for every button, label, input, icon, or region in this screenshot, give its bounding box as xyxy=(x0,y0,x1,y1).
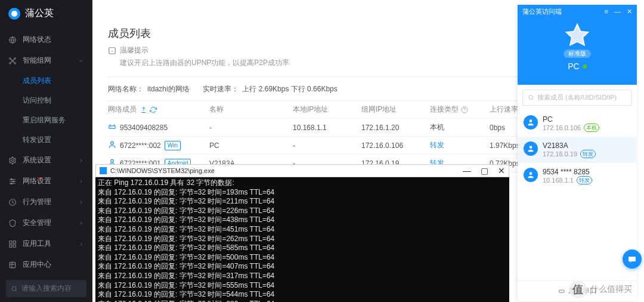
router-icon xyxy=(108,122,116,132)
hdr-net: 组网IP地址 xyxy=(361,104,430,115)
chevron-right-icon xyxy=(78,178,84,184)
terminal-line: 来自 172.16.0.19 的回复: 字节=32 时间=500ms TTL=6… xyxy=(98,253,507,263)
search-icon xyxy=(11,285,18,292)
row-net: 172.16.1.20 xyxy=(361,124,430,132)
sidebar-item-label: 系统设置 xyxy=(23,155,51,165)
sidebar-item-6[interactable]: 应用工具 xyxy=(0,233,92,254)
star-icon xyxy=(564,22,590,48)
search-icon xyxy=(528,94,534,101)
terminal-titlebar[interactable]: C:\WINDOWS\SYSTEM32\ping.exe — ▢ ✕ xyxy=(95,164,509,177)
terminal-icon xyxy=(100,167,107,174)
svg-point-35 xyxy=(111,141,114,144)
svg-rect-23 xyxy=(10,262,15,267)
sidebar-item-label: 安全管理 xyxy=(23,218,51,228)
sidebar-item-label: 网络设置 xyxy=(23,176,51,186)
sidebar-item-label: 行为管理 xyxy=(23,197,51,207)
sidebar-item-0[interactable]: 网络状态 xyxy=(0,29,92,50)
member-tag: 转发 xyxy=(577,176,592,184)
chevron-right-icon xyxy=(78,220,84,226)
sidebar-item-1[interactable]: 智能组网 xyxy=(0,50,92,71)
chevron-right-icon xyxy=(78,199,84,205)
client-minimize-button[interactable]: — xyxy=(614,8,621,16)
maximize-button[interactable]: ▢ xyxy=(481,166,488,175)
alert-dot-icon xyxy=(39,177,42,180)
client-titlebar[interactable]: 蒲公英访问端 ≡ — ✕ xyxy=(518,5,637,19)
sidebar-item-5[interactable]: 安全管理 xyxy=(0,212,92,233)
close-button[interactable]: ✕ xyxy=(498,166,505,175)
svg-line-10 xyxy=(13,61,14,63)
sidebar-subitem-1-2[interactable]: 重启组网服务 xyxy=(23,110,92,130)
client-member[interactable]: V2183A 172.16.0.19转发 xyxy=(518,137,637,163)
chevron-right-icon xyxy=(78,241,84,247)
hdr-id: 网络成员 xyxy=(108,104,137,115)
terminal-line: 来自 172.16.0.19 的回复: 字节=32 时间=585ms TTL=6… xyxy=(98,244,507,253)
svg-point-38 xyxy=(529,95,532,99)
sidebar-item-4[interactable]: 行为管理 xyxy=(0,192,92,212)
sidebar-item-3[interactable]: 网络设置 xyxy=(0,171,92,192)
client-menu-button[interactable]: ≡ xyxy=(605,8,608,16)
client-member[interactable]: 9534 **** 8285 10.168.1.1转发 xyxy=(518,163,637,189)
terminal-line: 来自 172.16.0.19 的回复: 字节=32 时间=211ms TTL=6… xyxy=(98,197,507,207)
member-tag: 转发 xyxy=(580,150,596,158)
svg-line-9 xyxy=(11,61,12,63)
sidebar-item-label: 应用中心 xyxy=(23,260,51,270)
svg-point-42 xyxy=(530,172,532,175)
hdr-name: 名称 xyxy=(209,104,293,115)
svg-rect-21 xyxy=(10,245,12,247)
sidebar-item-label: 网络状态 xyxy=(23,35,51,45)
client-member[interactable]: PC 172.16.0.106本机 xyxy=(518,110,637,137)
row-id: 953409408285 xyxy=(120,124,168,132)
minimize-button[interactable]: — xyxy=(463,166,471,175)
sidebar-item-7[interactable]: 应用中心 xyxy=(0,254,92,275)
brand-icon xyxy=(8,8,20,20)
svg-point-40 xyxy=(530,119,532,122)
terminal-line: 来自 172.16.0.19 的回复: 字节=32 时间=193ms TTL=6… xyxy=(98,188,507,198)
hdr-conn: 连接类型 xyxy=(430,104,459,115)
rate: 上行 2.69Kbps 下行 0.66Kbps xyxy=(242,85,337,93)
brand: 蒲公英 xyxy=(0,0,92,27)
sidebar-subitem-1-0[interactable]: 成员列表 xyxy=(23,71,92,91)
avatar-icon xyxy=(524,141,538,156)
client-title: 蒲公英访问端 xyxy=(522,7,562,16)
help-icon[interactable] xyxy=(461,106,468,113)
sidebar-item-2[interactable]: 系统设置 xyxy=(0,150,92,171)
terminal-line: 来自 172.16.0.19 的回复: 字节=32 时间=555ms TTL=6… xyxy=(98,281,507,291)
client-header: 蒲公英访问端 ≡ — ✕ 标准版 PC xyxy=(518,5,637,85)
terminal-body[interactable]: 正在 Ping 172.16.0.19 具有 32 字节的数据:来自 172.1… xyxy=(95,177,509,302)
row-name: PC xyxy=(209,141,293,150)
row-conn[interactable]: 转发 xyxy=(430,140,444,150)
member-tag: 本机 xyxy=(584,124,599,132)
svg-rect-20 xyxy=(13,241,16,243)
net-name: itdazhi的网络 xyxy=(147,85,190,93)
brand-label: 蒲公英 xyxy=(25,7,54,20)
client-window: 蒲公英访问端 ≡ — ✕ 标准版 PC 搜索成员 (名称/UID/SID/IP)… xyxy=(518,5,637,301)
client-search[interactable]: 搜索成员 (名称/UID/SID/IP) xyxy=(522,90,632,106)
svg-point-36 xyxy=(111,159,114,162)
sidebar: 蒲公英 网络状态智能组网成员列表访问控制重启组网服务转发设置系统设置网络设置行为… xyxy=(0,0,92,302)
svg-line-39 xyxy=(532,99,534,100)
client-footer[interactable]: 虚拟串口 xyxy=(518,281,637,301)
row-id: 6722****:002 xyxy=(120,141,161,150)
client-close-button[interactable]: ✕ xyxy=(627,8,632,16)
terminal-line: 来自 172.16.0.19 的回复: 字节=32 时间=317ms TTL=6… xyxy=(98,272,507,281)
svg-line-27 xyxy=(16,290,17,291)
sidebar-search[interactable]: 请输入搜索内容 xyxy=(6,280,86,297)
float-button[interactable] xyxy=(623,249,642,269)
row-local: - xyxy=(293,141,361,150)
rate-label: 实时速率： xyxy=(203,85,239,93)
member-name: V2183A xyxy=(543,141,596,150)
terminal-line: 来自 172.16.0.19 的回复: 字节=32 时间=280ms TTL=6… xyxy=(98,300,507,302)
export-icon[interactable] xyxy=(140,106,147,113)
member-ip: 172.16.0.19 xyxy=(543,150,577,158)
refresh-icon[interactable] xyxy=(150,106,157,113)
svg-line-7 xyxy=(11,59,12,60)
edition-badge: 标准版 xyxy=(564,50,591,58)
svg-marker-37 xyxy=(566,24,589,45)
terminal-line: 来自 172.16.0.19 的回复: 字节=32 时间=451ms TTL=6… xyxy=(98,225,507,235)
terminal-window: C:\WINDOWS\SYSTEM32\ping.exe — ▢ ✕ 正在 Pi… xyxy=(95,164,509,302)
terminal-line: 来自 172.16.0.19 的回复: 字节=32 时间=438ms TTL=6… xyxy=(98,215,507,225)
sidebar-subitem-1-1[interactable]: 访问控制 xyxy=(23,91,92,110)
sidebar-subitem-1-3[interactable]: 转发设置 xyxy=(23,130,92,150)
svg-point-41 xyxy=(530,146,532,149)
info-icon xyxy=(108,47,116,55)
